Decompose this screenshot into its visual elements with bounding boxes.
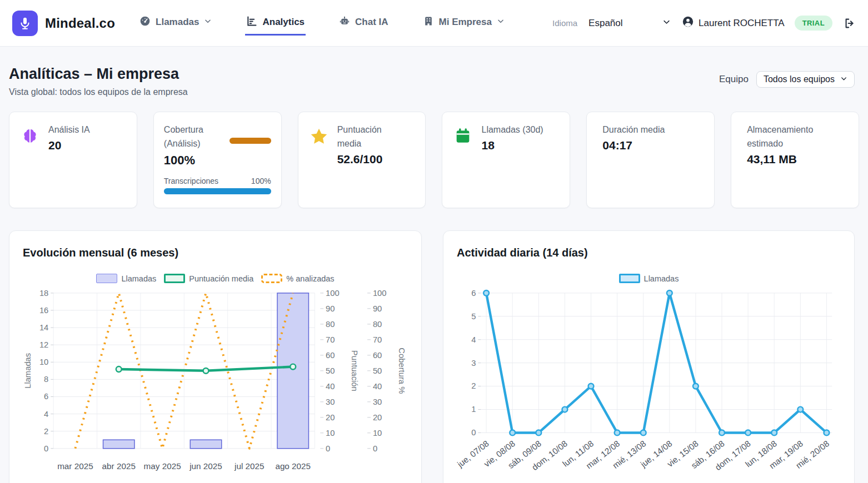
- chevron-down-icon: [662, 18, 671, 29]
- svg-text:mar 2025: mar 2025: [57, 461, 93, 471]
- legend-label: % analizadas: [286, 274, 334, 283]
- kpi-value: 20: [48, 139, 90, 152]
- charts-row: Evolución mensual (6 meses) Llamadas Pun…: [0, 208, 868, 483]
- language-select[interactable]: Español: [587, 16, 672, 31]
- svg-text:6: 6: [471, 289, 476, 298]
- svg-text:16: 16: [39, 306, 48, 315]
- coverage-progress-bar: [230, 138, 271, 144]
- team-filter: Equipo Todos los equipos: [719, 71, 855, 88]
- svg-text:90: 90: [373, 304, 382, 313]
- legend-item-llamadas: Llamadas: [96, 274, 156, 283]
- gauge-icon: [139, 16, 151, 29]
- legend-label: Puntuación media: [189, 274, 253, 283]
- svg-text:5: 5: [471, 312, 476, 321]
- kpi-value: 100%: [164, 153, 271, 168]
- nav-item-llamadas[interactable]: Llamadas: [138, 11, 213, 36]
- svg-text:70: 70: [373, 335, 382, 344]
- nav-label: Llamadas: [156, 17, 199, 28]
- calendar-icon: [452, 123, 473, 152]
- daily-chart-title: Actividad diaria (14 días): [457, 246, 841, 259]
- svg-text:4: 4: [44, 410, 48, 419]
- navbar: Mindeal.co Llamadas: [0, 0, 868, 47]
- legend-item-analizadas: % analizadas: [261, 274, 334, 283]
- analizadas-swatch: [261, 274, 282, 283]
- bar-chart-icon: [246, 16, 257, 29]
- svg-text:40: 40: [326, 382, 335, 391]
- daily-chart-legend: Llamadas: [457, 274, 841, 283]
- logout-button[interactable]: [844, 17, 856, 29]
- svg-text:2: 2: [44, 427, 48, 436]
- kpi-label: Llamadas (30d): [481, 123, 543, 137]
- svg-text:1: 1: [471, 405, 476, 414]
- user-menu[interactable]: Laurent ROCHETTA: [682, 16, 785, 31]
- svg-text:3: 3: [471, 359, 476, 368]
- kpi-label: Análisis IA: [48, 123, 90, 137]
- llamadas-swatch: [96, 274, 117, 283]
- language-value: Español: [588, 18, 622, 29]
- svg-text:10: 10: [39, 358, 48, 366]
- svg-text:may 2025: may 2025: [144, 461, 181, 471]
- kpi-card-duracion: Duración media 04:17: [586, 112, 715, 208]
- llamadas-daily-swatch: [619, 274, 640, 283]
- svg-text:0: 0: [373, 444, 377, 453]
- chevron-down-icon: [204, 17, 212, 28]
- svg-text:abr 2025: abr 2025: [102, 461, 136, 471]
- team-select[interactable]: Todos los equipos: [756, 71, 855, 88]
- svg-text:12: 12: [39, 340, 48, 349]
- brain-icon: [19, 123, 41, 152]
- svg-text:50: 50: [326, 366, 335, 375]
- daily-chart: 0123456jue, 07/08vie, 08/08sáb, 09/08dom…: [457, 288, 841, 475]
- building-icon: [423, 16, 434, 29]
- svg-text:18: 18: [39, 289, 48, 298]
- svg-text:80: 80: [326, 320, 335, 329]
- svg-text:8: 8: [44, 375, 48, 384]
- brand-name: Mindeal.co: [45, 16, 115, 31]
- kpi-row: Análisis IA 20 Cobertura (Análisis) 100%…: [0, 97, 868, 208]
- monthly-chart-legend: Llamadas Puntuación media % analizadas: [23, 274, 408, 283]
- nav-label: Analytics: [262, 17, 305, 28]
- kpi-label: Puntuación media: [337, 123, 398, 151]
- svg-text:0: 0: [326, 444, 330, 453]
- team-filter-label: Equipo: [719, 74, 749, 85]
- svg-text:50: 50: [373, 366, 382, 375]
- microphone-logo-icon: [12, 11, 38, 36]
- svg-text:10: 10: [373, 429, 382, 437]
- transcriptions-progress-bar: [164, 188, 271, 194]
- star-icon: [308, 123, 330, 166]
- brand[interactable]: Mindeal.co: [12, 11, 115, 36]
- svg-text:4: 4: [471, 335, 476, 344]
- kpi-label: Cobertura (Análisis): [164, 123, 224, 151]
- page-subtitle: Vista global: todos los equipos de la em…: [9, 87, 188, 97]
- svg-text:60: 60: [373, 351, 382, 360]
- team-select-value: Todos los equipos: [764, 74, 835, 84]
- svg-text:90: 90: [326, 304, 335, 313]
- nav-item-mi-empresa[interactable]: Mi Empresa: [422, 11, 506, 36]
- nav-label: Chat IA: [355, 17, 388, 28]
- user-avatar-icon: [682, 16, 694, 31]
- kpi-value: 18: [481, 139, 543, 152]
- legend-item-llamadas-daily: Llamadas: [619, 274, 679, 283]
- svg-text:70: 70: [326, 335, 335, 344]
- kpi-label: Almacenamiento estimado: [747, 123, 830, 151]
- svg-text:40: 40: [373, 382, 382, 391]
- svg-text:jun 2025: jun 2025: [189, 461, 222, 471]
- nav-item-chat-ia[interactable]: Chat IA: [338, 11, 390, 36]
- navbar-right: Idioma Español Laurent ROCHETTA TRIAL: [552, 16, 856, 31]
- kpi-label: Duración media: [602, 123, 704, 137]
- main-nav: Llamadas Analytics: [138, 11, 506, 36]
- svg-text:Cobertura %: Cobertura %: [397, 348, 406, 394]
- transcriptions-value: 100%: [251, 177, 271, 185]
- nav-item-analytics[interactable]: Analytics: [245, 11, 306, 36]
- kpi-card-analisis-ia: Análisis IA 20: [9, 112, 137, 208]
- kpi-value: 52.6/100: [337, 153, 398, 166]
- kpi-card-llamadas-30d: Llamadas (30d) 18: [442, 112, 570, 208]
- svg-text:Llamadas: Llamadas: [23, 353, 32, 389]
- svg-text:100: 100: [326, 289, 340, 298]
- transcriptions-label: Transcripciones: [164, 177, 218, 185]
- monthly-evolution-card: Evolución mensual (6 meses) Llamadas Pun…: [9, 230, 422, 483]
- svg-text:10: 10: [326, 429, 335, 437]
- legend-item-puntuacion: Puntuación media: [164, 274, 253, 283]
- monthly-chart-title: Evolución mensual (6 meses): [23, 246, 408, 259]
- daily-activity-card: Actividad diaria (14 días) Llamadas 0123…: [443, 230, 855, 483]
- legend-label: Llamadas: [644, 274, 679, 283]
